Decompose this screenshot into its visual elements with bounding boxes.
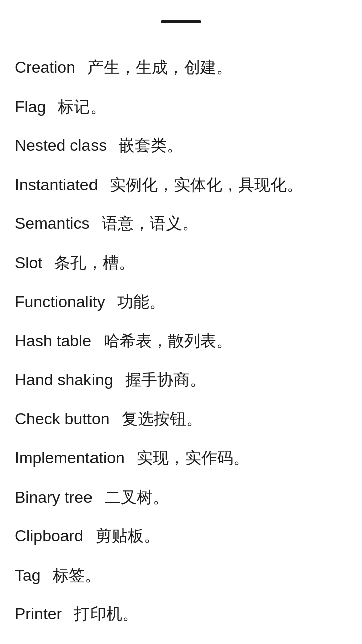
term-chinese: 握手协商。 [125, 370, 206, 391]
list-item: Functionality功能。 [15, 283, 347, 322]
term-english: Clipboard [15, 526, 83, 547]
term-english: Implementation [15, 448, 125, 469]
list-item: Semantics语意，语义。 [15, 204, 347, 244]
term-chinese: 实例化，实体化，具现化。 [110, 175, 303, 196]
list-item: Slot条孔，槽。 [15, 244, 347, 283]
term-english: Binary tree [15, 487, 93, 508]
list-item: Implementation实现，实作码。 [15, 439, 347, 478]
list-item: Check button复选按钮。 [15, 399, 347, 439]
term-chinese: 剪贴板。 [96, 526, 160, 547]
term-english: Semantics [15, 213, 89, 234]
list-item: Hash table哈希表，散列表。 [15, 321, 347, 361]
term-chinese: 条孔，槽。 [54, 253, 135, 274]
term-english: Check button [15, 409, 110, 430]
term-english: Creation [15, 57, 75, 78]
content-area: Creation产生，生成，创建。Flag标记。Nested class嵌套类。… [0, 33, 362, 644]
term-english: Tag [15, 565, 41, 586]
term-chinese: 标记。 [58, 97, 106, 118]
list-item: Hand shaking握手协商。 [15, 361, 347, 400]
list-item: Tag标签。 [15, 556, 347, 595]
term-chinese: 语意，语义。 [102, 213, 198, 234]
term-english: Printer [15, 604, 62, 625]
term-english: Hash table [15, 331, 92, 352]
term-english: Nested class [15, 135, 107, 156]
term-english: Functionality [15, 292, 105, 313]
term-chinese: 标签。 [53, 565, 101, 586]
term-chinese: 二叉树。 [105, 487, 169, 508]
term-chinese: 产生，生成，创建。 [87, 57, 232, 78]
list-item: Creation产生，生成，创建。 [15, 48, 347, 88]
list-item: Nested class嵌套类。 [15, 126, 347, 166]
term-english: Instantiated [15, 175, 98, 196]
term-chinese: 打印机。 [74, 604, 138, 625]
term-english: Hand shaking [15, 370, 113, 391]
top-indicator [161, 20, 201, 23]
list-item: Printer打印机。 [15, 595, 347, 634]
term-chinese: 哈希表，散列表。 [104, 331, 232, 352]
term-english: Slot [15, 253, 42, 274]
list-item: Instantiated实例化，实体化，具现化。 [15, 166, 347, 205]
term-chinese: 功能。 [117, 292, 165, 313]
list-item: Flag标记。 [15, 88, 347, 127]
top-bar [0, 0, 362, 33]
term-chinese: 复选按钮。 [122, 409, 202, 430]
term-chinese: 嵌套类。 [119, 135, 183, 156]
list-item: Binary tree二叉树。 [15, 478, 347, 517]
list-item: Overloaded function重载的函数。 [15, 634, 347, 644]
term-english: Flag [15, 97, 46, 118]
list-item: Clipboard剪贴板。 [15, 517, 347, 556]
term-chinese: 实现，实作码。 [137, 448, 249, 469]
